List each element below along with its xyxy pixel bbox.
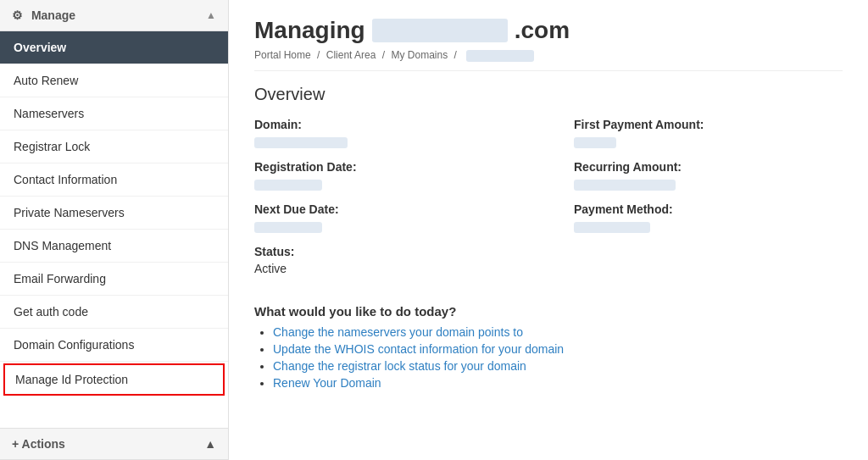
chevron-actions-icon: ▲ [204,437,216,451]
gear-icon: ⚙ [12,8,23,22]
chevron-up-icon: ▲ [206,9,216,21]
what-to-do-heading: What would you like to do today? [254,304,843,319]
sidebar-item-auto-renew[interactable]: Auto Renew [0,64,228,97]
main-content: Managing .com Portal Home / Client Area … [229,0,868,460]
payment-method-value [574,219,843,233]
registration-date-value [254,177,523,191]
registration-date-label: Registration Date: [254,160,523,174]
sidebar-item-private-nameservers[interactable]: Private Nameservers [0,197,228,230]
what-to-do-section: What would you like to do today? Change … [254,304,843,390]
recurring-amount-field: Recurring Amount: [574,160,843,191]
change-registrar-lock-link[interactable]: Change the registrar lock status for you… [273,359,526,373]
payment-method-label: Payment Method: [574,202,843,216]
status-label: Status: [254,245,523,258]
breadcrumb-portal-home[interactable]: Portal Home [254,49,311,61]
breadcrumb-sep-1: / [317,49,320,61]
sidebar-item-domain-configurations[interactable]: Domain Configurations [0,329,228,362]
sidebar-item-get-auth-code[interactable]: Get auth code [0,296,228,329]
sidebar-item-nameservers[interactable]: Nameservers [0,97,228,130]
first-payment-label: First Payment Amount: [574,118,843,131]
list-item: Change the registrar lock status for you… [273,359,843,373]
update-whois-link[interactable]: Update the WHOIS contact information for… [273,342,564,356]
sidebar-item-email-forwarding[interactable]: Email Forwarding [0,263,228,296]
sidebar-item-manage-id-protection[interactable]: Manage Id Protection [3,363,225,396]
registration-date-field: Registration Date: [254,160,523,191]
payment-method-field: Payment Method: [574,202,843,233]
change-nameservers-link[interactable]: Change the nameservers your domain point… [273,325,523,339]
recurring-blur [574,180,676,191]
list-item: Change the nameservers your domain point… [273,325,843,339]
renew-domain-link[interactable]: Renew Your Domain [273,376,381,390]
breadcrumb: Portal Home / Client Area / My Domains / [254,49,843,71]
overview-grid: Domain: Registration Date: Next Due Date… [254,118,843,287]
breadcrumb-sep-2: / [382,49,385,61]
payment-method-blur [574,222,650,233]
sidebar-item-overview[interactable]: Overview [0,31,228,64]
sidebar-item-registrar-lock[interactable]: Registrar Lock [0,130,228,163]
domain-value [254,135,523,148]
sidebar-nav: Overview Auto Renew Nameservers Registra… [0,31,228,397]
first-payment-field: First Payment Amount: [574,118,843,148]
what-to-do-list: Change the nameservers your domain point… [254,325,843,390]
page-title: Managing .com [254,17,843,44]
next-due-date-value [254,219,523,233]
sidebar-actions-header[interactable]: + Actions ▲ [0,428,228,460]
sidebar-manage-header[interactable]: ⚙ Manage ▲ [0,0,228,31]
actions-label: Actions [22,437,65,451]
plus-icon: + [12,437,19,451]
status-value: Active [254,262,523,275]
next-due-blur [254,222,322,233]
domain-name-blur [372,19,508,42]
status-field: Status: Active [254,245,523,275]
domain-value-blur [254,137,348,148]
first-payment-blur [574,137,616,148]
sidebar-item-dns-management[interactable]: DNS Management [0,230,228,263]
recurring-value [574,177,843,191]
breadcrumb-client-area[interactable]: Client Area [326,49,376,61]
sidebar-item-contact-information[interactable]: Contact Information [0,163,228,197]
sidebar: ⚙ Manage ▲ Overview Auto Renew Nameserve… [0,0,229,460]
recurring-label: Recurring Amount: [574,160,843,174]
list-item: Update the WHOIS contact information for… [273,342,843,356]
next-due-date-label: Next Due Date: [254,202,523,216]
list-item: Renew Your Domain [273,376,843,390]
breadcrumb-sep-3: / [454,49,457,61]
breadcrumb-domain-blur [466,50,534,62]
breadcrumb-my-domains[interactable]: My Domains [391,49,448,61]
domain-label: Domain: [254,118,523,131]
domain-field: Domain: [254,118,523,148]
sidebar-header-label: Manage [31,8,75,22]
reg-date-blur [254,180,322,191]
first-payment-value [574,135,843,148]
next-due-date-field: Next Due Date: [254,202,523,233]
section-title: Overview [254,85,843,104]
